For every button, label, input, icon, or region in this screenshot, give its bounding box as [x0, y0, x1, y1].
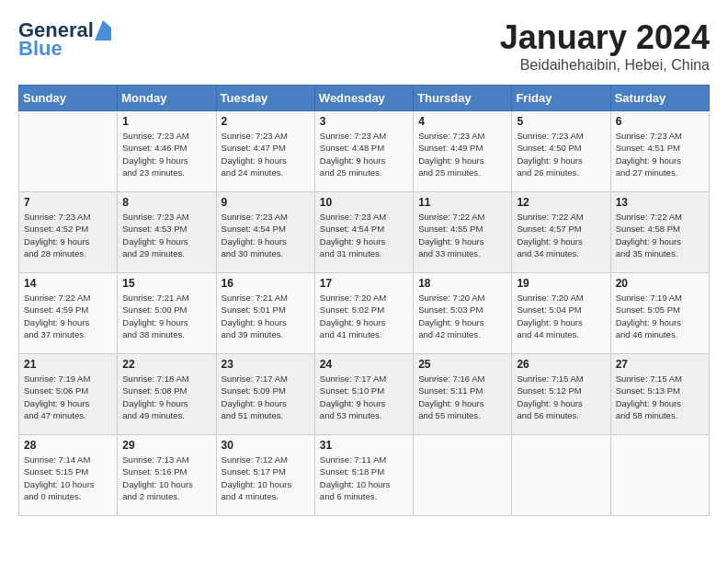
calendar-cell: 15Sunrise: 7:21 AM Sunset: 5:00 PM Dayli… [118, 273, 216, 354]
calendar-cell: 31Sunrise: 7:11 AM Sunset: 5:18 PM Dayli… [314, 435, 413, 516]
day-header-saturday: Saturday [610, 86, 709, 111]
calendar-header-row: SundayMondayTuesdayWednesdayThursdayFrid… [19, 86, 710, 111]
page-header: General Blue January 2024 Beidaihehaibin… [18, 18, 710, 74]
calendar-cell: 27Sunrise: 7:15 AM Sunset: 5:13 PM Dayli… [610, 354, 709, 435]
day-number: 18 [418, 277, 506, 290]
day-number: 27 [616, 358, 704, 371]
week-row-1: 1Sunrise: 7:23 AM Sunset: 4:46 PM Daylig… [19, 111, 710, 192]
calendar-cell: 5Sunrise: 7:23 AM Sunset: 4:50 PM Daylig… [512, 111, 610, 192]
cell-info: Sunrise: 7:23 AM Sunset: 4:46 PM Dayligh… [122, 130, 210, 178]
day-header-wednesday: Wednesday [314, 86, 413, 111]
day-number: 2 [222, 115, 310, 128]
cell-info: Sunrise: 7:22 AM Sunset: 4:57 PM Dayligh… [517, 211, 605, 259]
cell-info: Sunrise: 7:23 AM Sunset: 4:54 PM Dayligh… [222, 211, 310, 259]
cell-info: Sunrise: 7:23 AM Sunset: 4:50 PM Dayligh… [517, 130, 605, 178]
calendar-cell: 19Sunrise: 7:20 AM Sunset: 5:04 PM Dayli… [512, 273, 610, 354]
calendar-cell: 17Sunrise: 7:20 AM Sunset: 5:02 PM Dayli… [314, 273, 413, 354]
cell-info: Sunrise: 7:20 AM Sunset: 5:04 PM Dayligh… [517, 292, 605, 340]
day-number: 4 [418, 115, 506, 128]
calendar-cell: 25Sunrise: 7:16 AM Sunset: 5:11 PM Dayli… [414, 354, 512, 435]
logo-icon [95, 20, 111, 40]
day-number: 17 [320, 277, 408, 290]
day-number: 3 [320, 115, 408, 128]
location-title: Beidaihehaibin, Hebei, China [500, 57, 710, 74]
calendar-cell: 6Sunrise: 7:23 AM Sunset: 4:51 PM Daylig… [610, 111, 709, 192]
day-number: 28 [24, 439, 112, 452]
calendar-cell: 20Sunrise: 7:19 AM Sunset: 5:05 PM Dayli… [610, 273, 709, 354]
day-number: 16 [222, 277, 310, 290]
calendar-cell: 9Sunrise: 7:23 AM Sunset: 4:54 PM Daylig… [216, 192, 314, 273]
calendar-cell: 8Sunrise: 7:23 AM Sunset: 4:53 PM Daylig… [118, 192, 216, 273]
calendar-cell: 10Sunrise: 7:23 AM Sunset: 4:54 PM Dayli… [314, 192, 413, 273]
day-number: 7 [24, 196, 112, 209]
day-number: 8 [122, 196, 210, 209]
cell-info: Sunrise: 7:18 AM Sunset: 5:08 PM Dayligh… [122, 373, 210, 421]
cell-info: Sunrise: 7:13 AM Sunset: 5:16 PM Dayligh… [122, 454, 210, 502]
cell-info: Sunrise: 7:23 AM Sunset: 4:54 PM Dayligh… [320, 211, 408, 259]
day-number: 15 [122, 277, 210, 290]
day-number: 1 [122, 115, 210, 128]
week-row-4: 21Sunrise: 7:19 AM Sunset: 5:06 PM Dayli… [19, 354, 710, 435]
calendar-cell: 30Sunrise: 7:12 AM Sunset: 5:17 PM Dayli… [216, 435, 314, 516]
day-number: 22 [122, 358, 210, 371]
day-number: 14 [24, 277, 112, 290]
day-number: 5 [517, 115, 605, 128]
day-header-monday: Monday [118, 86, 216, 111]
cell-info: Sunrise: 7:23 AM Sunset: 4:47 PM Dayligh… [222, 130, 310, 178]
day-number: 10 [320, 196, 408, 209]
logo-blue: Blue [18, 37, 63, 61]
cell-info: Sunrise: 7:23 AM Sunset: 4:51 PM Dayligh… [616, 130, 704, 178]
day-header-tuesday: Tuesday [216, 86, 314, 111]
calendar-cell: 21Sunrise: 7:19 AM Sunset: 5:06 PM Dayli… [19, 354, 118, 435]
cell-info: Sunrise: 7:23 AM Sunset: 4:49 PM Dayligh… [418, 130, 506, 178]
calendar-cell: 1Sunrise: 7:23 AM Sunset: 4:46 PM Daylig… [118, 111, 216, 192]
calendar-cell: 11Sunrise: 7:22 AM Sunset: 4:55 PM Dayli… [414, 192, 512, 273]
day-number: 11 [418, 196, 506, 209]
week-row-5: 28Sunrise: 7:14 AM Sunset: 5:15 PM Dayli… [19, 435, 710, 516]
cell-info: Sunrise: 7:17 AM Sunset: 5:09 PM Dayligh… [222, 373, 310, 421]
calendar-cell: 12Sunrise: 7:22 AM Sunset: 4:57 PM Dayli… [512, 192, 610, 273]
day-number: 12 [517, 196, 605, 209]
calendar-cell [414, 435, 512, 516]
calendar-cell: 29Sunrise: 7:13 AM Sunset: 5:16 PM Dayli… [118, 435, 216, 516]
calendar-cell: 3Sunrise: 7:23 AM Sunset: 4:48 PM Daylig… [314, 111, 413, 192]
cell-info: Sunrise: 7:20 AM Sunset: 5:02 PM Dayligh… [320, 292, 408, 340]
day-number: 19 [517, 277, 605, 290]
cell-info: Sunrise: 7:17 AM Sunset: 5:10 PM Dayligh… [320, 373, 408, 421]
calendar-cell: 22Sunrise: 7:18 AM Sunset: 5:08 PM Dayli… [118, 354, 216, 435]
cell-info: Sunrise: 7:12 AM Sunset: 5:17 PM Dayligh… [222, 454, 310, 502]
calendar-cell: 26Sunrise: 7:15 AM Sunset: 5:12 PM Dayli… [512, 354, 610, 435]
calendar-cell: 7Sunrise: 7:23 AM Sunset: 4:52 PM Daylig… [19, 192, 118, 273]
cell-info: Sunrise: 7:23 AM Sunset: 4:48 PM Dayligh… [320, 130, 408, 178]
cell-info: Sunrise: 7:19 AM Sunset: 5:05 PM Dayligh… [616, 292, 704, 340]
cell-info: Sunrise: 7:14 AM Sunset: 5:15 PM Dayligh… [24, 454, 112, 502]
cell-info: Sunrise: 7:15 AM Sunset: 5:12 PM Dayligh… [517, 373, 605, 421]
day-number: 24 [320, 358, 408, 371]
calendar-cell: 14Sunrise: 7:22 AM Sunset: 4:59 PM Dayli… [19, 273, 118, 354]
cell-info: Sunrise: 7:21 AM Sunset: 5:01 PM Dayligh… [222, 292, 310, 340]
cell-info: Sunrise: 7:22 AM Sunset: 4:58 PM Dayligh… [616, 211, 704, 259]
day-number: 20 [616, 277, 704, 290]
cell-info: Sunrise: 7:22 AM Sunset: 4:55 PM Dayligh… [418, 211, 506, 259]
calendar-cell: 2Sunrise: 7:23 AM Sunset: 4:47 PM Daylig… [216, 111, 314, 192]
day-number: 29 [122, 439, 210, 452]
cell-info: Sunrise: 7:23 AM Sunset: 4:52 PM Dayligh… [24, 211, 112, 259]
calendar-cell: 16Sunrise: 7:21 AM Sunset: 5:01 PM Dayli… [216, 273, 314, 354]
day-number: 21 [24, 358, 112, 371]
calendar-cell [512, 435, 610, 516]
day-header-friday: Friday [512, 86, 610, 111]
calendar-cell: 23Sunrise: 7:17 AM Sunset: 5:09 PM Dayli… [216, 354, 314, 435]
day-header-thursday: Thursday [414, 86, 512, 111]
day-number: 23 [222, 358, 310, 371]
calendar-cell [19, 111, 118, 192]
svg-marker-0 [95, 20, 111, 40]
cell-info: Sunrise: 7:15 AM Sunset: 5:13 PM Dayligh… [616, 373, 704, 421]
week-row-2: 7Sunrise: 7:23 AM Sunset: 4:52 PM Daylig… [19, 192, 710, 273]
week-row-3: 14Sunrise: 7:22 AM Sunset: 4:59 PM Dayli… [19, 273, 710, 354]
cell-info: Sunrise: 7:16 AM Sunset: 5:11 PM Dayligh… [418, 373, 506, 421]
calendar-cell: 18Sunrise: 7:20 AM Sunset: 5:03 PM Dayli… [414, 273, 512, 354]
day-header-sunday: Sunday [19, 86, 118, 111]
calendar-cell: 4Sunrise: 7:23 AM Sunset: 4:49 PM Daylig… [414, 111, 512, 192]
day-number: 9 [222, 196, 310, 209]
day-number: 30 [222, 439, 310, 452]
